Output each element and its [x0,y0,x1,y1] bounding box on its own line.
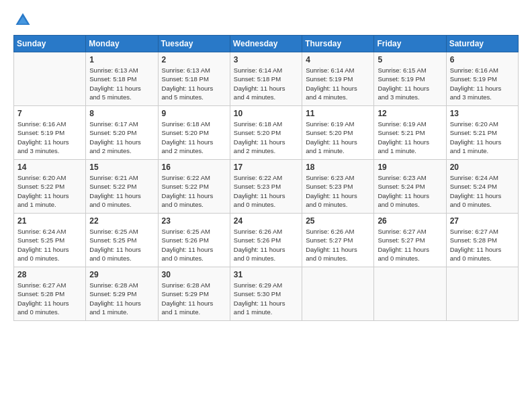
day-number: 11 [306,109,370,118]
calendar-cell: 9Sunrise: 6:18 AM Sunset: 5:20 PM Daylig… [158,106,230,160]
cell-content: Sunrise: 6:16 AM Sunset: 5:19 PM Dayligh… [17,120,82,155]
day-number: 3 [234,55,298,64]
calendar-cell: 10Sunrise: 6:18 AM Sunset: 5:20 PM Dayli… [230,106,302,160]
calendar-cell: 11Sunrise: 6:19 AM Sunset: 5:20 PM Dayli… [302,106,374,160]
cell-content: Sunrise: 6:13 AM Sunset: 5:18 PM Dayligh… [162,66,226,101]
day-number: 19 [378,163,442,172]
cell-content: Sunrise: 6:21 AM Sunset: 5:22 PM Dayligh… [89,173,154,209]
cell-content: Sunrise: 6:24 AM Sunset: 5:24 PM Dayligh… [450,173,515,209]
cell-content: Sunrise: 6:27 AM Sunset: 5:27 PM Dayligh… [378,227,442,263]
day-number: 22 [89,216,154,226]
calendar-cell: 22Sunrise: 6:25 AM Sunset: 5:25 PM Dayli… [86,214,158,267]
day-number: 5 [378,55,442,64]
day-header-monday: Monday [86,36,158,52]
day-number: 10 [234,109,298,118]
calendar-cell: 16Sunrise: 6:22 AM Sunset: 5:22 PM Dayli… [158,160,230,214]
day-number: 12 [378,109,442,118]
cell-content: Sunrise: 6:26 AM Sunset: 5:27 PM Dayligh… [306,227,370,263]
calendar-cell [446,267,518,321]
calendar-cell: 15Sunrise: 6:21 AM Sunset: 5:22 PM Dayli… [86,160,158,214]
cell-content: Sunrise: 6:23 AM Sunset: 5:23 PM Dayligh… [306,173,370,209]
calendar-cell: 8Sunrise: 6:17 AM Sunset: 5:20 PM Daylig… [86,106,158,160]
cell-content: Sunrise: 6:27 AM Sunset: 5:28 PM Dayligh… [17,281,82,316]
calendar-cell: 23Sunrise: 6:25 AM Sunset: 5:26 PM Dayli… [158,214,230,267]
cell-content: Sunrise: 6:19 AM Sunset: 5:21 PM Dayligh… [378,120,442,155]
day-number: 13 [450,109,515,118]
day-number: 31 [234,270,298,279]
day-number: 27 [450,216,515,226]
calendar-cell: 20Sunrise: 6:24 AM Sunset: 5:24 PM Dayli… [446,160,518,214]
cell-content: Sunrise: 6:16 AM Sunset: 5:19 PM Dayligh… [450,66,515,101]
calendar-cell: 2Sunrise: 6:13 AM Sunset: 5:18 PM Daylig… [158,52,230,106]
day-number: 6 [450,55,515,64]
cell-content: Sunrise: 6:24 AM Sunset: 5:25 PM Dayligh… [17,227,82,263]
cell-content: Sunrise: 6:18 AM Sunset: 5:20 PM Dayligh… [234,120,298,155]
cell-content: Sunrise: 6:14 AM Sunset: 5:19 PM Dayligh… [306,66,370,101]
calendar-cell: 25Sunrise: 6:26 AM Sunset: 5:27 PM Dayli… [302,214,374,267]
calendar-cell: 30Sunrise: 6:28 AM Sunset: 5:29 PM Dayli… [158,267,230,321]
day-number: 25 [306,216,370,226]
cell-content: Sunrise: 6:26 AM Sunset: 5:26 PM Dayligh… [234,227,298,263]
day-header-sunday: Sunday [14,36,86,52]
logo-icon [13,11,32,30]
calendar-week-row: 1Sunrise: 6:13 AM Sunset: 5:18 PM Daylig… [14,52,519,106]
calendar-cell: 12Sunrise: 6:19 AM Sunset: 5:21 PM Dayli… [374,106,446,160]
calendar-cell: 21Sunrise: 6:24 AM Sunset: 5:25 PM Dayli… [14,214,86,267]
calendar-cell: 6Sunrise: 6:16 AM Sunset: 5:19 PM Daylig… [446,52,518,106]
calendar-cell: 13Sunrise: 6:20 AM Sunset: 5:21 PM Dayli… [446,106,518,160]
day-number: 1 [89,55,154,64]
calendar-week-row: 7Sunrise: 6:16 AM Sunset: 5:19 PM Daylig… [14,106,519,160]
calendar-cell: 26Sunrise: 6:27 AM Sunset: 5:27 PM Dayli… [374,214,446,267]
day-number: 17 [234,163,298,172]
cell-content: Sunrise: 6:22 AM Sunset: 5:22 PM Dayligh… [162,173,226,209]
cell-content: Sunrise: 6:25 AM Sunset: 5:25 PM Dayligh… [89,227,154,263]
day-number: 14 [17,163,82,172]
calendar-cell: 4Sunrise: 6:14 AM Sunset: 5:19 PM Daylig… [302,52,374,106]
day-header-friday: Friday [374,36,446,52]
cell-content: Sunrise: 6:28 AM Sunset: 5:29 PM Dayligh… [89,281,154,316]
day-number: 29 [89,270,154,279]
day-header-wednesday: Wednesday [230,36,302,52]
calendar-cell [302,267,374,321]
calendar-cell: 7Sunrise: 6:16 AM Sunset: 5:19 PM Daylig… [14,106,86,160]
cell-content: Sunrise: 6:27 AM Sunset: 5:28 PM Dayligh… [450,227,515,263]
cell-content: Sunrise: 6:20 AM Sunset: 5:22 PM Dayligh… [17,173,82,209]
day-number: 30 [162,270,226,279]
day-number: 15 [89,163,154,172]
day-number: 4 [306,55,370,64]
cell-content: Sunrise: 6:23 AM Sunset: 5:24 PM Dayligh… [378,173,442,209]
day-number: 9 [162,109,226,118]
day-number: 28 [17,270,82,279]
calendar-cell: 18Sunrise: 6:23 AM Sunset: 5:23 PM Dayli… [302,160,374,214]
cell-content: Sunrise: 6:17 AM Sunset: 5:20 PM Dayligh… [89,120,154,155]
calendar-cell: 28Sunrise: 6:27 AM Sunset: 5:28 PM Dayli… [14,267,86,321]
day-number: 2 [162,55,226,64]
cell-content: Sunrise: 6:18 AM Sunset: 5:20 PM Dayligh… [162,120,226,155]
calendar-cell [14,52,86,106]
cell-content: Sunrise: 6:22 AM Sunset: 5:23 PM Dayligh… [234,173,298,209]
day-header-tuesday: Tuesday [158,36,230,52]
calendar-cell: 29Sunrise: 6:28 AM Sunset: 5:29 PM Dayli… [86,267,158,321]
day-number: 21 [17,216,82,226]
calendar-cell [374,267,446,321]
day-number: 8 [89,109,154,118]
logo [13,11,35,30]
cell-content: Sunrise: 6:19 AM Sunset: 5:20 PM Dayligh… [306,120,370,155]
calendar-cell: 31Sunrise: 6:29 AM Sunset: 5:30 PM Dayli… [230,267,302,321]
cell-content: Sunrise: 6:14 AM Sunset: 5:18 PM Dayligh… [234,66,298,101]
calendar-cell: 27Sunrise: 6:27 AM Sunset: 5:28 PM Dayli… [446,214,518,267]
calendar-week-row: 14Sunrise: 6:20 AM Sunset: 5:22 PM Dayli… [14,160,519,214]
calendar-cell: 5Sunrise: 6:15 AM Sunset: 5:19 PM Daylig… [374,52,446,106]
cell-content: Sunrise: 6:29 AM Sunset: 5:30 PM Dayligh… [234,281,298,316]
day-number: 20 [450,163,515,172]
cell-content: Sunrise: 6:28 AM Sunset: 5:29 PM Dayligh… [162,281,226,316]
cell-content: Sunrise: 6:15 AM Sunset: 5:19 PM Dayligh… [378,66,442,101]
calendar-cell: 24Sunrise: 6:26 AM Sunset: 5:26 PM Dayli… [230,214,302,267]
day-number: 16 [162,163,226,172]
day-number: 24 [234,216,298,226]
calendar-cell: 3Sunrise: 6:14 AM Sunset: 5:18 PM Daylig… [230,52,302,106]
calendar-week-row: 21Sunrise: 6:24 AM Sunset: 5:25 PM Dayli… [14,214,519,267]
calendar-cell: 14Sunrise: 6:20 AM Sunset: 5:22 PM Dayli… [14,160,86,214]
calendar-table: SundayMondayTuesdayWednesdayThursdayFrid… [13,35,519,321]
calendar-cell: 19Sunrise: 6:23 AM Sunset: 5:24 PM Dayli… [374,160,446,214]
